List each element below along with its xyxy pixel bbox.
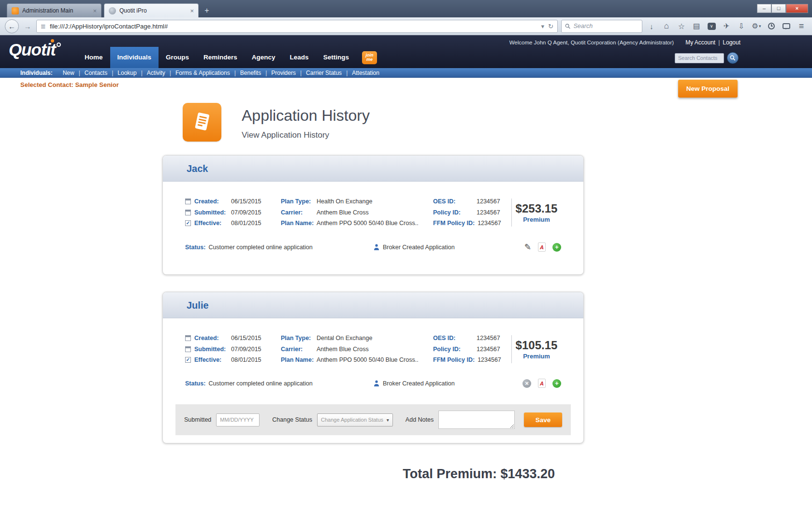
search-contacts-button[interactable] [727,52,739,64]
search-icon [730,55,736,61]
window-controls: – □ × [757,4,808,13]
browser-search-input[interactable] [574,23,639,29]
tab-label: Administration Main [22,7,89,14]
nav-agency[interactable]: Agency [245,47,283,68]
bookmark-star-icon[interactable]: ☆ [676,22,687,31]
home-icon[interactable]: ⌂ [661,21,672,31]
window-maximize-button[interactable]: □ [771,4,786,13]
application-history-icon [183,103,221,142]
field-label: Effective: [194,356,228,363]
save-button[interactable]: Save [524,412,562,427]
subnav-activity[interactable]: Activity [143,70,170,76]
hamburger-menu-icon[interactable]: ≡ [796,21,807,31]
cancel-icon[interactable]: × [522,379,531,388]
tab-quotit-ipro[interactable]: Quotit iPro × [104,3,199,17]
field-value: Health On Exchange [317,198,372,205]
subnav-benefits[interactable]: Benefits [236,70,265,76]
history-clock-icon[interactable] [766,23,777,29]
subnav-carrier-status[interactable]: Carrier Status [302,70,346,76]
logo-dot-icon [51,39,54,43]
premium-amount: $105.15 [512,339,561,352]
change-status-label: Change Status [272,416,312,423]
field-oes-id: OES ID:1234567 [433,333,511,343]
pdf-icon[interactable]: A [538,242,546,252]
subnav-lookup[interactable]: Lookup [113,70,141,76]
logout-link[interactable]: Logout [723,39,740,46]
subnav-new[interactable]: New [58,70,79,76]
separator: | [718,39,720,46]
applicant-name: Julie [163,292,583,318]
change-status-select[interactable]: Change Application Status ▾ [317,413,393,426]
field-value: 1234567 [477,346,500,353]
new-tab-button[interactable]: + [200,5,214,16]
joinme-icon[interactable]: joinme [362,51,377,64]
quotit-logo[interactable]: Quotit [9,40,61,59]
edit-icon[interactable]: ✎ [524,242,531,252]
field-label: Created: [194,198,228,205]
nav-reminders[interactable]: Reminders [196,47,245,68]
pdf-icon[interactable]: A [538,379,546,388]
browser-toolbar: ← → ≣ file:///J:/AppHistory/iproContactP… [0,17,812,35]
addons-icon[interactable]: ⚙▾ [751,22,762,30]
tab-close-icon[interactable]: × [93,7,97,14]
page-title: Application History [242,103,370,125]
field-value: 07/09/2015 [231,209,261,216]
url-bar[interactable]: ≣ file:///J:/AppHistory/iproContactPage.… [36,20,558,33]
subnav-providers[interactable]: Providers [267,70,300,76]
pocket-icon[interactable]: ∨ [706,23,717,30]
field-effective: ✓Effective:08/01/2015 [185,218,281,228]
window-close-button[interactable]: × [786,4,808,13]
search-contacts-input[interactable] [675,53,724,63]
add-notes-textarea[interactable] [438,411,515,429]
field-value: Anthem PPO 5000 50/40 Blue Cross.. [317,220,419,227]
nav-settings[interactable]: Settings [316,47,356,68]
search-icon [565,23,571,29]
bookmarks-menu-icon[interactable]: ▤ [691,22,702,30]
field-label: Plan Type: [281,198,314,205]
window-minimize-button[interactable]: – [757,4,771,13]
page-viewport: Welcome John Q Agent, Quotit Corporation… [0,35,812,526]
status-label: Status: [185,244,205,251]
downloads-panel-icon[interactable]: ⇩ [736,22,747,30]
tab-administration-main[interactable]: Administration Main × [7,3,102,17]
my-account-link[interactable]: My Account [685,39,715,46]
field-carrier: Carrier:Anthem Blue Cross [281,344,433,355]
chat-icon[interactable] [781,23,792,29]
nav-individuals[interactable]: Individuals [110,47,159,68]
nav-home[interactable]: Home [77,47,110,68]
forward-button[interactable]: → [22,22,33,30]
field-label: Submitted: [194,209,228,216]
reload-icon[interactable]: ↻ [548,23,553,30]
new-proposal-button[interactable]: New Proposal [678,80,738,98]
subnav-forms-applications[interactable]: Forms & Applications [171,70,234,76]
status-value: Customer completed online application [208,244,312,251]
field-label: OES ID: [433,198,474,205]
calendar-icon [185,335,191,341]
url-text[interactable]: file:///J:/AppHistory/iproContactPage.ht… [50,23,537,30]
applicant-name: Jack [163,156,583,182]
browser-search-box[interactable] [561,20,642,33]
add-notes-label: Add Notes [406,416,434,423]
field-carrier: Carrier:Anthem Blue Cross [281,207,433,217]
nav-groups[interactable]: Groups [159,47,196,68]
back-button[interactable]: ← [5,19,19,33]
add-icon[interactable]: + [552,243,561,252]
subnav-attestation[interactable]: Attestation [348,70,384,76]
browser-window: Administration Main × Quotit iPro × + – … [0,0,812,526]
field-label: Carrier: [281,346,314,353]
site-header: Welcome John Q Agent, Quotit Corporation… [0,35,812,68]
subnav-contacts[interactable]: Contacts [80,70,112,76]
url-dropdown-icon[interactable]: ▾ [541,23,545,30]
chevron-down-icon: ▾ [387,417,389,423]
download-icon[interactable]: ↓ [646,22,657,30]
separator: | [300,70,302,76]
field-plan-type: Plan Type:Dental On Exchange [281,333,433,343]
nav-leads[interactable]: Leads [283,47,316,68]
tab-close-icon[interactable]: × [190,7,194,14]
share-icon[interactable]: ✈ [721,22,732,30]
person-icon [374,380,379,387]
calendar-icon [185,210,191,215]
field-value: 06/15/2015 [231,198,261,205]
submitted-date-input[interactable] [216,413,260,426]
add-icon[interactable]: + [552,379,561,388]
